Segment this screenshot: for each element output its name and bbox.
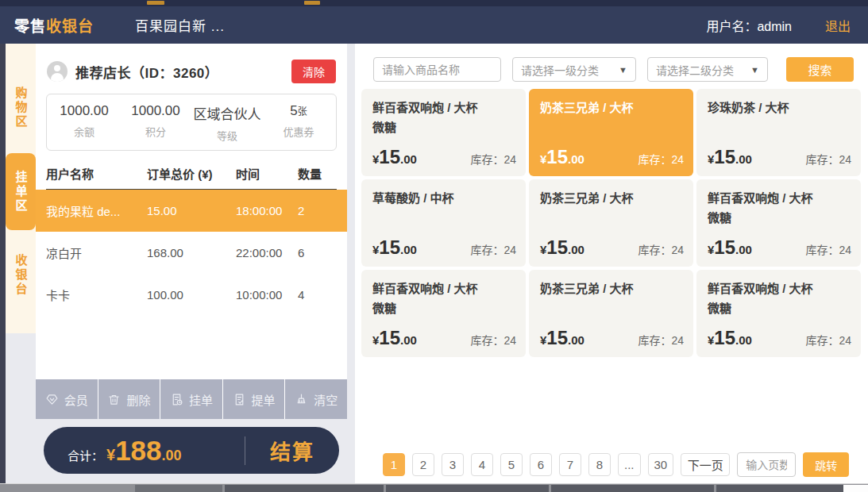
product-card[interactable]: 奶茶三兄弟 / 大杯 ¥15.00库存：24 bbox=[529, 179, 693, 267]
logout-link[interactable]: 退出 bbox=[825, 16, 851, 35]
product-card[interactable]: 鲜百香双响炮 / 大杯 微糖 ¥15.00库存：24 bbox=[696, 270, 861, 357]
member-header: 推荐店长（ID：3260） 清除 bbox=[36, 44, 347, 83]
background-window-strip-top bbox=[0, 0, 868, 6]
held-orders-table: 用户名称 订单总价 (¥) 时间 数量 我的果粒 de... 15.00 18:… bbox=[46, 157, 337, 316]
clear-all-button[interactable]: 清空 bbox=[285, 379, 347, 419]
navbar-right: 用户名：admin 退出 bbox=[706, 16, 851, 35]
page-button-2[interactable]: 2 bbox=[412, 453, 434, 476]
checkout-bar: 合计： ¥ 188 .00 结算 bbox=[44, 427, 339, 474]
sidebar-tab-cashier[interactable]: 收银台 bbox=[6, 240, 36, 311]
total-decimal: .00 bbox=[162, 448, 182, 464]
app-brand: 零售收银台 bbox=[14, 14, 94, 36]
jump-button[interactable]: 跳转 bbox=[803, 452, 849, 477]
category2-select[interactable]: 请选择二级分类 ▼ bbox=[647, 57, 768, 82]
brand-suffix: 收银台 bbox=[46, 18, 94, 35]
member-name: 推荐店长（ID：3260） bbox=[75, 62, 218, 82]
product-card[interactable]: 奶茶三兄弟 / 大杯 ¥15.00库存：24 bbox=[529, 270, 693, 357]
page-button-4[interactable]: 4 bbox=[471, 453, 493, 476]
table-header: 用户名称 订单总价 (¥) 时间 数量 bbox=[46, 157, 337, 190]
stock-label: 库存：24 bbox=[470, 332, 516, 348]
stock-label: 库存：24 bbox=[805, 241, 851, 257]
table-row[interactable]: 我的果粒 de... 15.00 18:00:00 2 bbox=[36, 190, 347, 232]
category1-select[interactable]: 请选择一级分类 ▼ bbox=[512, 57, 636, 82]
product-panel: 请选择一级分类 ▼ 请选择二级分类 ▼ 搜索 鲜百香双响炮 / 大杯 微糖 ¥1… bbox=[355, 44, 868, 483]
page-number-input[interactable] bbox=[737, 452, 796, 477]
page-button-30[interactable]: 30 bbox=[648, 453, 674, 476]
trash-icon bbox=[107, 393, 121, 406]
retrieve-order-button[interactable]: 提单 bbox=[223, 379, 286, 419]
background-window-fragment bbox=[147, 1, 164, 5]
page-button-6[interactable]: 6 bbox=[530, 453, 552, 476]
sidebar: 购物区 挂单区 收银台 bbox=[6, 44, 36, 333]
stock-label: 库存：24 bbox=[638, 151, 684, 167]
sidebar-tab-shopping[interactable]: 购物区 bbox=[6, 71, 36, 144]
stock-label: 库存：24 bbox=[638, 241, 684, 257]
top-navbar: 零售收银台 百果园白新 ... 用户名：admin 退出 bbox=[0, 6, 868, 44]
chevron-down-icon: ▼ bbox=[619, 65, 627, 75]
member-avatar-icon bbox=[47, 61, 68, 82]
stat-balance: 1000.00 余额 bbox=[48, 103, 120, 143]
stock-label: 库存：24 bbox=[805, 332, 851, 348]
brand-prefix: 零售 bbox=[14, 18, 46, 35]
product-card[interactable]: 草莓酸奶 / 中杯 ¥15.00库存：24 bbox=[361, 179, 526, 267]
stock-label: 库存：24 bbox=[470, 151, 516, 167]
store-name: 百果园白新 ... bbox=[135, 15, 225, 35]
product-card[interactable]: 鲜百香双响炮 / 大杯 微糖 ¥15.00库存：24 bbox=[361, 89, 526, 176]
stock-label: 库存：24 bbox=[805, 151, 851, 167]
clear-member-button[interactable]: 清除 bbox=[291, 60, 336, 83]
product-card[interactable]: 珍珠奶茶 / 大杯 ¥15.00库存：24 bbox=[696, 89, 861, 176]
table-row[interactable]: 凉白开 168.00 22:00:00 6 bbox=[46, 232, 337, 274]
product-card-selected[interactable]: 奶茶三兄弟 / 大杯 ¥15.00库存：24 bbox=[529, 89, 693, 176]
left-edge-strip bbox=[0, 44, 6, 483]
hold-order-button[interactable]: 挂单 bbox=[160, 379, 223, 419]
chevron-down-icon: ▼ bbox=[750, 65, 759, 75]
hold-order-icon bbox=[170, 393, 183, 406]
currency-symbol: ¥ bbox=[106, 446, 115, 464]
clear-broom-icon bbox=[295, 393, 308, 406]
member-button[interactable]: 会员 bbox=[36, 379, 98, 419]
page-button-1[interactable]: 1 bbox=[383, 453, 405, 476]
page-button-7[interactable]: 7 bbox=[559, 453, 581, 476]
next-page-button[interactable]: 下一页 bbox=[681, 453, 730, 476]
total-label: 合计： bbox=[68, 447, 103, 463]
retrieve-order-icon bbox=[233, 393, 246, 406]
member-order-panel: 推荐店长（ID：3260） 清除 1000.00 余额 1000.00 积分 区… bbox=[36, 44, 347, 379]
product-filter-row: 请选择一级分类 ▼ 请选择二级分类 ▼ 搜索 bbox=[355, 57, 868, 82]
page-ellipsis[interactable]: ... bbox=[618, 453, 641, 476]
stat-coupons: 5张 优惠券 bbox=[263, 103, 334, 143]
product-search-input[interactable] bbox=[373, 57, 501, 82]
search-button[interactable]: 搜索 bbox=[786, 57, 854, 82]
total-integer: 188 bbox=[115, 435, 161, 467]
product-card[interactable]: 鲜百香双响炮 / 大杯 微糖 ¥15.00库存：24 bbox=[361, 270, 526, 357]
vip-diamond-icon bbox=[45, 393, 59, 406]
stat-points: 1000.00 积分 bbox=[120, 103, 191, 143]
username-label: 用户名：admin bbox=[706, 16, 792, 35]
sidebar-tab-held-orders[interactable]: 挂单区 bbox=[6, 153, 36, 230]
member-stats-card: 1000.00 余额 1000.00 积分 区域合伙人 等级 5张 优惠券 bbox=[46, 94, 337, 151]
page-button-8[interactable]: 8 bbox=[588, 453, 611, 476]
pagination: 1 2 3 4 5 6 7 8 ... 30 下一页 跳转 bbox=[383, 452, 849, 477]
background-window-fragment bbox=[304, 1, 320, 5]
table-row[interactable]: 卡卡 100.00 10:00:00 4 bbox=[46, 274, 337, 316]
page-button-5[interactable]: 5 bbox=[500, 453, 523, 476]
stat-level: 区域合伙人 等级 bbox=[191, 103, 263, 143]
total-amount: 合计： ¥ 188 .00 bbox=[44, 435, 245, 467]
product-card[interactable]: 鲜百香双响炮 / 大杯 微糖 ¥15.00库存：24 bbox=[696, 179, 861, 267]
order-action-bar: 会员 删除 挂单 提单 清空 bbox=[36, 379, 347, 419]
background-window-strip-bottom bbox=[0, 483, 868, 492]
delete-button[interactable]: 删除 bbox=[98, 379, 161, 419]
stock-label: 库存：24 bbox=[638, 332, 684, 348]
page-button-3[interactable]: 3 bbox=[442, 453, 464, 476]
stock-label: 库存：24 bbox=[470, 241, 516, 257]
settle-button[interactable]: 结算 bbox=[245, 436, 339, 465]
